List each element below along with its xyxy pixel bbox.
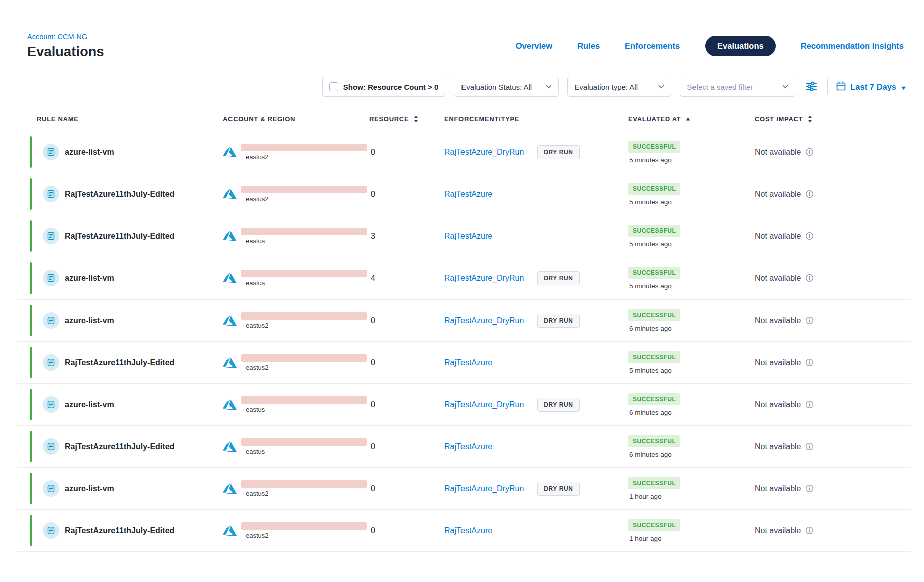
account-region-cell: eastus2	[223, 144, 369, 161]
enforcement-link[interactable]: RajTestAzure	[444, 358, 492, 367]
azure-logo-icon	[223, 187, 237, 201]
evaluated-at-cell: SUCCESSFUL 1 hour ago	[628, 477, 755, 500]
enforcement-cell: RajTestAzure_DryRun DRY RUN	[444, 145, 628, 159]
sort-icon-evaluated-asc[interactable]	[685, 117, 691, 121]
enforcement-cell: RajTestAzure	[444, 526, 628, 535]
custom-rule-icon	[43, 270, 59, 286]
account-block: eastus2	[241, 522, 367, 539]
azure-logo-icon	[223, 145, 237, 159]
info-icon[interactable]	[805, 316, 814, 325]
evaluation-type-select[interactable]: Evaluation type: All	[567, 77, 671, 97]
custom-rule-icon	[43, 438, 59, 455]
enforcement-link[interactable]: RajTestAzure	[444, 526, 492, 535]
table-row[interactable]: azure-list-vm eastus2 0 RajTestAzure_Dry…	[17, 299, 911, 341]
enforcement-link[interactable]: RajTestAzure	[444, 190, 492, 199]
redacted-account-name	[241, 186, 367, 193]
custom-rule-icon	[43, 186, 59, 202]
saved-filter-select[interactable]: Select a saved filter	[680, 77, 795, 97]
resource-count-checkbox[interactable]	[329, 82, 338, 91]
status-badge: SUCCESSFUL	[628, 519, 680, 531]
cost-impact-text: Not available	[755, 526, 801, 535]
account-block: eastus	[241, 438, 367, 455]
evaluated-time: 5 minutes ago	[628, 156, 672, 164]
table-row[interactable]: RajTestAzure11thJuly-Edited eastus 0 Raj…	[17, 425, 911, 467]
info-icon[interactable]	[805, 484, 814, 493]
tab-recommendation-insights[interactable]: Recommendation Insights	[801, 41, 904, 51]
account-block: eastus	[241, 270, 367, 287]
cost-impact-text: Not available	[755, 358, 801, 367]
table-row[interactable]: RajTestAzure11thJuly-Edited eastus2 0 Ra…	[17, 173, 911, 215]
enforcement-link[interactable]: RajTestAzure_DryRun	[444, 148, 524, 157]
resource-count: 0	[369, 358, 444, 367]
info-icon[interactable]	[805, 274, 814, 282]
table-row[interactable]: azure-list-vm eastus2 0 RajTestAzure_Dry…	[17, 467, 911, 509]
enforcement-cell: RajTestAzure	[444, 358, 628, 367]
account-block: eastus2	[241, 354, 367, 371]
enforcement-link[interactable]: RajTestAzure	[444, 442, 492, 451]
info-icon[interactable]	[805, 400, 814, 409]
custom-rule-icon	[43, 480, 59, 497]
date-range-value: Last 7 Days	[850, 82, 896, 92]
date-range-picker[interactable]: Last 7 Days	[836, 81, 906, 93]
row-accent-bar	[30, 305, 32, 336]
info-icon[interactable]	[805, 358, 814, 367]
enforcement-link[interactable]: RajTestAzure_DryRun	[444, 400, 524, 409]
rule-cell: RajTestAzure11thJuly-Edited	[17, 522, 223, 539]
resource-count: 0	[369, 316, 444, 325]
show-resource-count-filter[interactable]: Show: Resource Count > 0	[322, 77, 445, 97]
custom-rule-icon	[43, 354, 59, 371]
cost-impact-text: Not available	[755, 148, 801, 157]
rule-cell: RajTestAzure11thJuly-Edited	[17, 186, 223, 202]
sort-icon-cost[interactable]	[807, 115, 813, 123]
top-nav: Overview Rules Enforcements Evaluations …	[516, 36, 904, 56]
enforcement-link[interactable]: RajTestAzure_DryRun	[444, 316, 524, 325]
calendar-icon	[836, 81, 846, 93]
account-region-cell: eastus2	[223, 480, 369, 497]
enforcement-cell: RajTestAzure_DryRun DRY RUN	[444, 398, 628, 412]
info-icon[interactable]	[805, 190, 814, 198]
account-breadcrumb[interactable]: Account: CCM-NG	[27, 33, 87, 41]
tab-enforcements[interactable]: Enforcements	[625, 41, 680, 51]
table-row[interactable]: RajTestAzure11thJuly-Edited eastus2 0 Ra…	[17, 341, 911, 383]
account-region-cell: eastus	[223, 270, 369, 287]
enforcement-link[interactable]: RajTestAzure	[444, 232, 492, 241]
evaluated-time: 6 minutes ago	[628, 451, 672, 458]
resource-count: 0	[369, 442, 444, 451]
rule-name: RajTestAzure11thJuly-Edited	[65, 190, 174, 199]
enforcement-link[interactable]: RajTestAzure_DryRun	[444, 274, 524, 283]
cost-impact-text: Not available	[755, 484, 801, 493]
rule-name: azure-list-vm	[65, 316, 114, 325]
info-icon[interactable]	[805, 526, 814, 535]
enforcement-link[interactable]: RajTestAzure_DryRun	[444, 484, 524, 493]
cost-impact-text: Not available	[755, 442, 801, 451]
cost-impact-cell: Not available	[755, 148, 911, 157]
account-block: eastus2	[241, 312, 367, 329]
info-icon[interactable]	[805, 232, 814, 240]
account-block: eastus	[241, 396, 367, 413]
table-row[interactable]: azure-list-vm eastus2 0 RajTestAzure_Dry…	[17, 131, 911, 173]
sort-icon-resource[interactable]	[413, 115, 419, 123]
info-icon[interactable]	[805, 148, 814, 156]
evaluation-status-select[interactable]: Evaluation Status: All	[454, 77, 559, 97]
custom-rule-icon	[43, 228, 59, 244]
account-region-cell: eastus	[223, 438, 369, 455]
table-row[interactable]: RajTestAzure11thJuly-Edited eastus 3 Raj…	[17, 215, 911, 257]
dry-run-badge: DRY RUN	[537, 482, 579, 496]
cost-impact-cell: Not available	[755, 358, 911, 367]
cost-impact-cell: Not available	[755, 484, 911, 493]
status-badge: SUCCESSFUL	[628, 267, 680, 279]
filter-sliders-button[interactable]	[804, 79, 819, 95]
table-row[interactable]: RajTestAzure11thJuly-Edited eastus2 0 Ra…	[17, 509, 911, 551]
info-icon[interactable]	[805, 442, 814, 451]
tab-rules[interactable]: Rules	[577, 41, 600, 51]
redacted-account-name	[241, 228, 367, 235]
tab-overview[interactable]: Overview	[516, 41, 552, 51]
row-accent-bar	[30, 136, 32, 168]
cost-impact-cell: Not available	[755, 190, 911, 199]
table-row[interactable]: azure-list-vm eastus 0 RajTestAzure_DryR…	[17, 383, 911, 425]
resource-count: 0	[369, 484, 444, 493]
rule-name: RajTestAzure11thJuly-Edited	[65, 526, 174, 535]
table-row[interactable]: azure-list-vm eastus 4 RajTestAzure_DryR…	[17, 257, 911, 299]
tab-evaluations[interactable]: Evaluations	[705, 36, 776, 56]
cost-impact-cell: Not available	[755, 526, 911, 535]
